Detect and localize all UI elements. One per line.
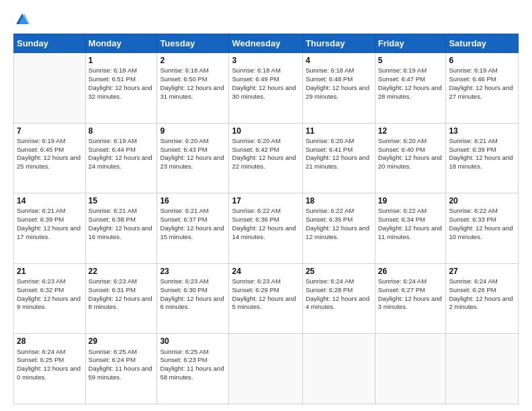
calendar-cell: 26Sunrise: 6:24 AMSunset: 6:27 PMDayligh… xyxy=(375,263,446,334)
day-number: 1 xyxy=(89,55,154,66)
day-number: 22 xyxy=(89,266,154,277)
sunrise-text: Sunrise: 6:20 AM xyxy=(160,137,208,144)
calendar-cell: 1Sunrise: 6:18 AMSunset: 6:51 PMDaylight… xyxy=(85,53,157,124)
day-number: 14 xyxy=(17,195,83,206)
sunrise-text: Sunrise: 6:23 AM xyxy=(17,277,65,285)
calendar-cell: 4Sunrise: 6:18 AMSunset: 6:48 PMDaylight… xyxy=(302,53,375,124)
week-row-4: 28Sunrise: 6:24 AMSunset: 6:25 PMDayligh… xyxy=(14,334,519,404)
sunrise-text: Sunrise: 6:24 AM xyxy=(378,277,427,285)
daylight-text: Daylight: 12 hours and 27 minutes. xyxy=(449,84,513,100)
calendar-cell: 9Sunrise: 6:20 AMSunset: 6:43 PMDaylight… xyxy=(157,123,229,193)
weekday-header-saturday: Saturday xyxy=(446,34,519,53)
sunrise-text: Sunrise: 6:25 AM xyxy=(160,348,208,355)
calendar-cell: 25Sunrise: 6:24 AMSunset: 6:28 PMDayligh… xyxy=(302,263,375,334)
calendar-cell: 16Sunrise: 6:21 AMSunset: 6:37 PMDayligh… xyxy=(157,193,229,264)
weekday-header-tuesday: Tuesday xyxy=(157,34,229,53)
sunset-text: Sunset: 6:23 PM xyxy=(160,356,207,363)
sunrise-text: Sunrise: 6:20 AM xyxy=(232,137,280,144)
day-number: 26 xyxy=(378,266,443,277)
sunset-text: Sunset: 6:31 PM xyxy=(89,286,136,293)
calendar-cell: 30Sunrise: 6:25 AMSunset: 6:23 PMDayligh… xyxy=(157,334,229,404)
logo xyxy=(13,12,30,27)
day-number: 3 xyxy=(232,55,299,66)
sunset-text: Sunset: 6:26 PM xyxy=(449,286,496,293)
sunset-text: Sunset: 6:45 PM xyxy=(17,146,64,153)
day-number: 25 xyxy=(306,266,372,277)
daylight-text: Daylight: 12 hours and 25 minutes. xyxy=(17,154,81,170)
daylight-text: Daylight: 12 hours and 5 minutes. xyxy=(232,295,296,311)
sunrise-text: Sunrise: 6:20 AM xyxy=(378,137,427,144)
sunset-text: Sunset: 6:51 PM xyxy=(89,75,136,83)
day-number: 13 xyxy=(449,126,515,136)
weekday-header-friday: Friday xyxy=(375,34,446,53)
week-row-2: 14Sunrise: 6:21 AMSunset: 6:39 PMDayligh… xyxy=(14,193,519,264)
day-number: 9 xyxy=(160,126,226,136)
calendar-cell: 13Sunrise: 6:21 AMSunset: 6:39 PMDayligh… xyxy=(446,123,519,193)
day-number: 6 xyxy=(449,55,515,66)
calendar-cell: 19Sunrise: 6:22 AMSunset: 6:34 PMDayligh… xyxy=(375,193,446,264)
sunset-text: Sunset: 6:32 PM xyxy=(17,286,64,293)
daylight-text: Daylight: 12 hours and 17 minutes. xyxy=(17,224,81,240)
daylight-text: Daylight: 12 hours and 23 minutes. xyxy=(160,154,224,170)
weekday-header-monday: Monday xyxy=(85,34,157,53)
calendar-cell: 22Sunrise: 6:23 AMSunset: 6:31 PMDayligh… xyxy=(85,263,157,334)
calendar-cell: 28Sunrise: 6:24 AMSunset: 6:25 PMDayligh… xyxy=(14,334,86,404)
daylight-text: Daylight: 12 hours and 16 minutes. xyxy=(89,224,152,240)
sunset-text: Sunset: 6:36 PM xyxy=(232,216,279,223)
calendar-cell: 8Sunrise: 6:19 AMSunset: 6:44 PMDaylight… xyxy=(85,123,157,193)
day-number: 12 xyxy=(378,126,443,136)
calendar-cell: 17Sunrise: 6:22 AMSunset: 6:36 PMDayligh… xyxy=(229,193,302,264)
daylight-text: Daylight: 12 hours and 3 minutes. xyxy=(378,295,442,311)
sunset-text: Sunset: 6:49 PM xyxy=(232,75,279,83)
calendar-cell: 7Sunrise: 6:19 AMSunset: 6:45 PMDaylight… xyxy=(14,123,86,193)
day-number: 4 xyxy=(306,55,372,66)
daylight-text: Daylight: 12 hours and 4 minutes. xyxy=(306,295,369,311)
daylight-text: Daylight: 12 hours and 15 minutes. xyxy=(160,224,224,240)
sunrise-text: Sunrise: 6:19 AM xyxy=(89,137,137,144)
sunset-text: Sunset: 6:39 PM xyxy=(449,146,496,153)
day-number: 16 xyxy=(160,195,226,206)
daylight-text: Daylight: 12 hours and 29 minutes. xyxy=(306,84,369,100)
sunrise-text: Sunrise: 6:24 AM xyxy=(306,277,354,285)
sunset-text: Sunset: 6:46 PM xyxy=(449,75,496,83)
sunset-text: Sunset: 6:29 PM xyxy=(232,286,279,293)
daylight-text: Daylight: 11 hours and 58 minutes. xyxy=(160,365,224,381)
daylight-text: Daylight: 12 hours and 14 minutes. xyxy=(232,224,296,240)
sunset-text: Sunset: 6:41 PM xyxy=(306,146,353,153)
daylight-text: Daylight: 12 hours and 21 minutes. xyxy=(306,154,369,170)
sunset-text: Sunset: 6:47 PM xyxy=(378,75,425,83)
calendar-cell: 2Sunrise: 6:18 AMSunset: 6:50 PMDaylight… xyxy=(157,53,229,124)
daylight-text: Daylight: 12 hours and 24 minutes. xyxy=(89,154,152,170)
sunrise-text: Sunrise: 6:25 AM xyxy=(89,348,137,355)
weekday-header-thursday: Thursday xyxy=(302,34,375,53)
daylight-text: Daylight: 12 hours and 9 minutes. xyxy=(17,295,81,311)
sunrise-text: Sunrise: 6:22 AM xyxy=(232,207,280,214)
sunset-text: Sunset: 6:38 PM xyxy=(89,216,136,223)
calendar-table: SundayMondayTuesdayWednesdayThursdayFrid… xyxy=(13,34,519,404)
sunrise-text: Sunrise: 6:22 AM xyxy=(378,207,427,214)
sunset-text: Sunset: 6:27 PM xyxy=(378,286,425,293)
day-number: 28 xyxy=(17,336,83,347)
sunset-text: Sunset: 6:34 PM xyxy=(378,216,425,223)
day-number: 11 xyxy=(306,126,372,136)
sunrise-text: Sunrise: 6:22 AM xyxy=(449,207,497,214)
sunrise-text: Sunrise: 6:20 AM xyxy=(306,137,354,144)
calendar-cell: 24Sunrise: 6:23 AMSunset: 6:29 PMDayligh… xyxy=(229,263,302,334)
day-number: 27 xyxy=(449,266,515,277)
sunset-text: Sunset: 6:25 PM xyxy=(17,356,64,363)
sunrise-text: Sunrise: 6:21 AM xyxy=(89,207,137,214)
calendar-cell: 3Sunrise: 6:18 AMSunset: 6:49 PMDaylight… xyxy=(229,53,302,124)
daylight-text: Daylight: 12 hours and 22 minutes. xyxy=(232,154,296,170)
sunrise-text: Sunrise: 6:24 AM xyxy=(17,348,65,355)
daylight-text: Daylight: 12 hours and 6 minutes. xyxy=(160,295,224,311)
sunrise-text: Sunrise: 6:21 AM xyxy=(449,137,497,144)
calendar-cell: 10Sunrise: 6:20 AMSunset: 6:42 PMDayligh… xyxy=(229,123,302,193)
day-number: 24 xyxy=(232,266,299,277)
sunset-text: Sunset: 6:40 PM xyxy=(378,146,425,153)
sunset-text: Sunset: 6:48 PM xyxy=(306,75,353,83)
header xyxy=(13,12,519,27)
daylight-text: Daylight: 12 hours and 10 minutes. xyxy=(449,224,513,240)
calendar-cell: 11Sunrise: 6:20 AMSunset: 6:41 PMDayligh… xyxy=(302,123,375,193)
calendar-cell xyxy=(375,334,446,404)
sunset-text: Sunset: 6:24 PM xyxy=(89,356,136,363)
